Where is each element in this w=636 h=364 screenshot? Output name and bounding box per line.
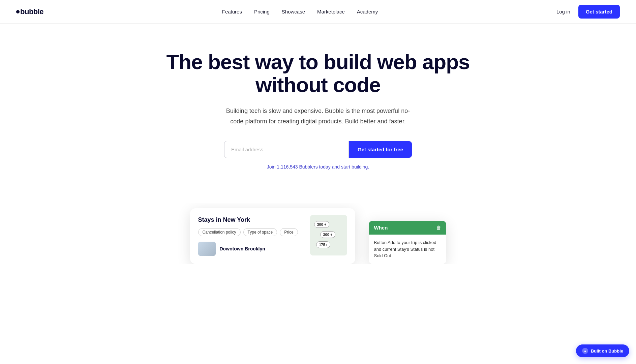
nav-link-pricing[interactable]: Pricing bbox=[254, 9, 270, 14]
social-proof-text: Join 1,116,543 Bubblers today and start … bbox=[267, 164, 369, 170]
preview-section: Stays in New York Cancellation policy Ty… bbox=[0, 203, 636, 264]
map-cluster-3: 175+ bbox=[316, 241, 331, 248]
listing-thumbnail bbox=[198, 242, 216, 256]
nav-link-showcase[interactable]: Showcase bbox=[282, 9, 305, 14]
nav-item-academy[interactable]: Academy bbox=[357, 9, 378, 15]
app-map: 300 + 300 + 175+ bbox=[310, 215, 347, 255]
hero-cta-button[interactable]: Get started for free bbox=[349, 141, 412, 158]
nav-item-pricing[interactable]: Pricing bbox=[254, 9, 270, 15]
login-link[interactable]: Log in bbox=[556, 9, 570, 14]
workflow-body: Button Add to your trip is clicked and c… bbox=[369, 235, 446, 264]
workflow-text: Button Add to your trip is clicked and c… bbox=[374, 239, 441, 259]
nav-link-marketplace[interactable]: Marketplace bbox=[317, 9, 345, 14]
email-input[interactable] bbox=[224, 141, 349, 158]
filter-tag-cancellation[interactable]: Cancellation policy bbox=[198, 228, 241, 236]
workflow-card: When 🗑 Button Add to your trip is clicke… bbox=[369, 221, 446, 264]
map-cluster-2: 300 + bbox=[320, 231, 336, 238]
navbar: bubble Features Pricing Showcase Marketp… bbox=[0, 0, 636, 24]
workflow-header-label: When bbox=[374, 225, 388, 231]
get-started-button[interactable]: Get started bbox=[578, 5, 620, 19]
trash-icon[interactable]: 🗑 bbox=[436, 225, 441, 231]
workflow-header: When 🗑 bbox=[369, 221, 446, 235]
logo[interactable]: bubble bbox=[16, 7, 43, 16]
logo-text: bubble bbox=[20, 7, 43, 16]
nav-actions: Log in Get started bbox=[556, 5, 620, 19]
app-preview-card: Stays in New York Cancellation policy Ty… bbox=[190, 208, 355, 264]
filter-tag-price[interactable]: Price bbox=[280, 228, 298, 236]
hero-section: The best way to build web apps without c… bbox=[0, 24, 636, 190]
nav-link-academy[interactable]: Academy bbox=[357, 9, 378, 14]
nav-item-showcase[interactable]: Showcase bbox=[282, 9, 305, 15]
logo-dot bbox=[16, 10, 20, 13]
hero-title: The best way to build web apps without c… bbox=[158, 51, 478, 96]
map-cluster-1: 300 + bbox=[314, 221, 330, 228]
nav-item-features[interactable]: Features bbox=[222, 9, 242, 15]
listing-name: Downtown Brooklyn bbox=[220, 246, 265, 251]
filter-tag-space[interactable]: Type of space bbox=[243, 228, 277, 236]
hero-subtitle: Building tech is slow and expensive. Bub… bbox=[220, 106, 416, 126]
nav-links: Features Pricing Showcase Marketplace Ac… bbox=[222, 9, 378, 15]
nav-link-features[interactable]: Features bbox=[222, 9, 242, 14]
nav-item-marketplace[interactable]: Marketplace bbox=[317, 9, 345, 15]
hero-form: Get started for free bbox=[224, 141, 412, 158]
